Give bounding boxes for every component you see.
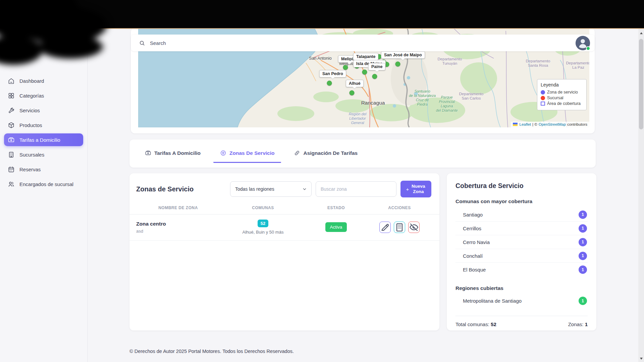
comunas-summary: Alhué, Buin y 50 más	[243, 230, 284, 235]
scroll-up-arrow[interactable]	[638, 30, 644, 36]
map-tooltip-label: Alhué	[349, 81, 361, 86]
sidebar-item[interactable]: Sucursales	[0, 147, 87, 162]
legend-swatch	[541, 96, 545, 100]
attribution-suffix: contributors	[567, 122, 587, 126]
region-filter-value: Todas las regiones	[235, 186, 302, 192]
chevron-down-icon	[302, 186, 307, 192]
map-marker[interactable]	[350, 90, 355, 96]
map-tooltip: Alhué	[346, 80, 364, 87]
commune-name: Cerrillos	[463, 226, 481, 231]
map-tooltip: Talagante	[353, 53, 378, 60]
sidebar-item[interactable]: Categorías	[0, 88, 87, 103]
map-tooltip-label: San José de Maipo	[384, 53, 422, 57]
commune-name: Cerro Navia	[463, 239, 490, 245]
table-row: Zona centro asd 52 Alhué, Buin y 50 más …	[129, 215, 439, 241]
box-icon	[8, 122, 15, 129]
edit-zone-button[interactable]	[379, 222, 391, 233]
sidebar-nav: Dashboard Categorías Servicios Productos	[0, 73, 87, 191]
sidebar-item-label: Productos	[19, 122, 42, 128]
calendar-icon	[8, 166, 15, 173]
commune-row: Conchalí 1	[455, 249, 588, 263]
scroll-down-arrow[interactable]	[638, 356, 644, 361]
tabs-card: Tarifas A Domicilio Zonas De Servicio As…	[129, 139, 596, 168]
coverage-panel: Cobertura de Servicio Comunas con mayor …	[447, 173, 596, 330]
tab[interactable]: Tarifas A Domicilio	[138, 150, 207, 163]
communes-heading: Comunas con mayor cobertura	[455, 198, 588, 204]
map-place-label: Rancagua	[361, 101, 385, 105]
map-marker[interactable]	[362, 70, 367, 75]
leaflet-link[interactable]: Leaflet	[520, 122, 531, 126]
sidebar-item-label: Categorías	[19, 93, 44, 99]
commune-count-badge: 1	[579, 210, 587, 219]
tab-label: Tarifas A Domicilio	[154, 150, 201, 156]
status-badge: Activa	[325, 222, 347, 232]
map-tooltip-label: Paine	[371, 64, 382, 69]
sidebar-item[interactable]: Tarifas a Domicilio	[4, 133, 83, 146]
search-input[interactable]	[150, 40, 576, 46]
sidebar-item-label: Tarifas a Domicilio	[19, 137, 60, 143]
map-marker[interactable]	[395, 62, 400, 67]
zone-comunas-cell: 52 Alhué, Buin y 50 más	[220, 220, 306, 235]
sidebar-item[interactable]: Servicios	[0, 103, 87, 118]
map-place-label: Departamento La Paz	[566, 61, 589, 70]
pencil-icon	[380, 222, 390, 233]
map-marker[interactable]	[327, 81, 332, 86]
total-communes: Total comunas: 52	[455, 321, 496, 327]
grid-icon	[8, 92, 15, 99]
scrollbar[interactable]	[638, 29, 644, 362]
online-status-dot	[586, 46, 590, 51]
tab[interactable]: Zonas De Servicio	[213, 150, 281, 163]
comunas-count-badge: 52	[258, 220, 268, 227]
tab-label: Zonas De Servicio	[229, 150, 274, 156]
copyright-footer: © Derechos de Autor 2025 Portal Motores.…	[129, 349, 294, 354]
wallet-icon	[145, 150, 151, 156]
zone-name: Zona centro	[136, 221, 220, 227]
deactivate-zone-button[interactable]	[408, 222, 420, 233]
regions-heading: Regiones cubiertas	[455, 285, 588, 291]
tab-label: Asignación De Tarifas	[303, 150, 358, 156]
total-communes-value: 52	[491, 321, 496, 327]
zone-search-input[interactable]	[316, 181, 396, 197]
building-icon	[394, 222, 405, 233]
coverage-totals: Total comunas: 52 Zonas: 1	[455, 316, 588, 333]
osm-link[interactable]: OpenStreetMap	[539, 122, 566, 126]
users-icon	[8, 181, 15, 188]
search-icon	[139, 40, 145, 46]
table-header: ESTADO	[306, 205, 366, 210]
attribution-separator: | ©	[532, 122, 537, 126]
ukraine-flag-icon	[513, 123, 518, 126]
sidebar-item-label: Servicios	[19, 108, 40, 113]
sidebar-item[interactable]: Productos	[0, 118, 87, 132]
topbar	[131, 35, 595, 51]
table-header: ACCIONES	[366, 205, 433, 210]
redacted-logo-smudge	[0, 0, 111, 82]
commune-name: El Bosque	[463, 267, 486, 273]
region-row: Metropolitana de Santiago 1	[455, 294, 588, 308]
new-zone-button[interactable]: + Nueva Zona	[400, 181, 431, 197]
scrollbar-thumb[interactable]	[639, 39, 643, 129]
zones-title: Zonas de Servicio	[136, 185, 226, 193]
legend-label: Área de cobertura	[547, 101, 581, 106]
wallet-icon	[8, 136, 15, 143]
avatar[interactable]	[576, 36, 590, 50]
tab[interactable]: Asignación De Tarifas	[287, 150, 364, 163]
map-legend: Leyenda Zona de servicio Sucursal	[537, 79, 587, 110]
commune-count-badge: 1	[579, 224, 587, 233]
zone-name-cell: Zona centro asd	[136, 221, 220, 234]
commune-count-badge: 1	[579, 265, 587, 274]
region-filter-select[interactable]: Todas las regiones	[230, 181, 312, 197]
zone-status-cell: Activa	[306, 222, 366, 232]
commune-name: Santiago	[463, 212, 483, 218]
link-icon	[294, 150, 300, 156]
commune-count-badge: 1	[579, 238, 587, 246]
sidebar-item[interactable]: Encargados de sucursal	[0, 177, 87, 191]
map-marker[interactable]	[372, 74, 377, 79]
branch-zone-button[interactable]	[394, 222, 405, 233]
commune-row: Cerro Navia 1	[455, 235, 588, 249]
legend-label: Zona de servicio	[547, 90, 578, 95]
table-header: NOMBRE DE ZONA	[136, 205, 220, 210]
legend-item: Sucursal	[541, 96, 583, 100]
sidebar-item[interactable]: Reservas	[0, 162, 87, 177]
plus-icon: +	[406, 186, 409, 192]
map-place-label: Departamento Tunuyán	[438, 57, 462, 66]
